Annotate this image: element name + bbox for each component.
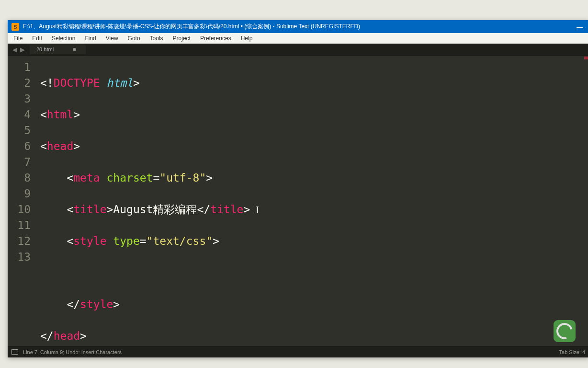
nav-back-icon[interactable]: ◀ (12, 46, 17, 53)
window-controls: — (577, 23, 585, 31)
code-line: <!DOCTYPE html> (37, 75, 588, 91)
app-logo-icon: S (11, 23, 19, 31)
status-tab-size[interactable]: Tab Size: 4 (559, 349, 585, 355)
menu-find[interactable]: Find (81, 34, 100, 43)
code-line: <title>August精彩编程</title>I (37, 202, 588, 218)
text-cursor-icon: I (256, 205, 259, 215)
code-line: </style> (37, 297, 588, 312)
code-line: <style type="text/css"> (37, 233, 588, 249)
line-number: 7 (11, 154, 31, 170)
line-number: 12 (11, 233, 31, 249)
code-line: <html> (37, 107, 588, 123)
line-number: 13 (11, 249, 31, 265)
title-bar[interactable]: S E:\1、August精彩编程\课程\讲师-陈凌煜\录播-CSS-让你的网页… (8, 20, 588, 33)
tab-label: 20.html (36, 46, 54, 52)
watermark-icon (554, 320, 576, 342)
line-number: 3 (11, 91, 31, 107)
menu-view[interactable]: View (102, 34, 122, 43)
menu-project[interactable]: Project (169, 34, 194, 43)
line-number: 2 (11, 75, 31, 91)
menu-goto[interactable]: Goto (124, 34, 144, 43)
minimize-icon[interactable]: — (577, 23, 583, 31)
menu-help[interactable]: Help (237, 34, 257, 43)
line-number: 8 (11, 170, 31, 186)
editor-area: 1 2 3 4 5 6 7 8 9 10 11 12 13 <!DOCTYPE … (8, 56, 588, 346)
line-number: 6 (11, 138, 31, 154)
line-number: 1 (11, 59, 31, 75)
status-position[interactable]: Line 7, Column 9; Undo: Insert Character… (23, 349, 122, 355)
line-gutter: 1 2 3 4 5 6 7 8 9 10 11 12 13 (8, 56, 37, 346)
unsaved-dot-icon (73, 48, 76, 51)
menu-tools[interactable]: Tools (146, 34, 167, 43)
line-number: 4 (11, 107, 31, 123)
code-line: <head> (37, 138, 588, 154)
app-window: S E:\1、August精彩编程\课程\讲师-陈凌煜\录播-CSS-让你的网页… (8, 20, 588, 357)
file-tab[interactable]: 20.html (30, 45, 86, 54)
line-number: 10 (11, 202, 31, 218)
code-line: </head> (37, 328, 588, 344)
code-line (37, 265, 588, 281)
menu-selection[interactable]: Selection (48, 34, 79, 43)
tab-nav: ◀ ▶ (8, 46, 30, 53)
window-title: E:\1、August精彩编程\课程\讲师-陈凌煜\录播-CSS-让你的网页丰富… (23, 23, 577, 31)
line-number: 5 (11, 123, 31, 138)
menu-edit[interactable]: Edit (28, 34, 46, 43)
menu-file[interactable]: File (10, 34, 26, 43)
menu-bar: File Edit Selection Find View Goto Tools… (8, 33, 588, 44)
menu-preferences[interactable]: Preferences (196, 34, 235, 43)
code-line: <meta charset="utf-8"> (37, 170, 588, 186)
panel-toggle-icon[interactable] (11, 349, 18, 355)
status-bar: Line 7, Column 9; Undo: Insert Character… (8, 346, 588, 357)
nav-forward-icon[interactable]: ▶ (20, 46, 25, 53)
line-number: 11 (11, 218, 31, 233)
code-editor[interactable]: <!DOCTYPE html> <html> <head> <meta char… (37, 56, 588, 346)
tab-bar: ◀ ▶ 20.html (8, 44, 588, 56)
line-number: 9 (11, 186, 31, 202)
